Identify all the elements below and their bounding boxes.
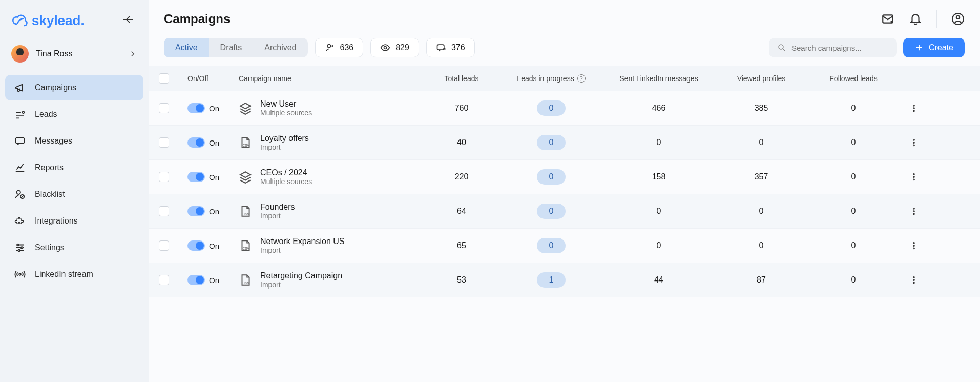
main-content: Campaigns Active Drafts Archived 636 xyxy=(149,0,980,382)
col-followed: Followed leads xyxy=(807,74,900,83)
row-more-button[interactable] xyxy=(900,207,928,216)
cell-followed: 0 xyxy=(807,207,900,216)
header-divider xyxy=(936,10,937,28)
row-checkbox[interactable] xyxy=(159,137,169,148)
stat-total-leads[interactable]: 636 xyxy=(315,38,364,57)
sidebar-item-settings[interactable]: Settings xyxy=(5,235,143,260)
sidebar-item-label: Campaigns xyxy=(35,83,76,92)
cell-sent: 44 xyxy=(602,275,715,285)
stat-messages[interactable]: 376 xyxy=(426,38,475,57)
row-checkbox[interactable] xyxy=(159,275,169,285)
cell-total: 40 xyxy=(423,138,500,147)
row-checkbox[interactable] xyxy=(159,240,169,251)
svg-point-30 xyxy=(913,243,914,244)
row-toggle[interactable]: On xyxy=(187,172,239,182)
sidebar-item-campaigns[interactable]: Campaigns xyxy=(5,75,143,100)
sidebar-item-reports[interactable]: Reports xyxy=(5,155,143,180)
create-label: Create xyxy=(929,43,953,52)
svg-point-11 xyxy=(327,44,331,48)
sidebar-item-linkedin-stream[interactable]: LinkedIn stream xyxy=(5,262,143,287)
sidebar-item-leads[interactable]: Leads xyxy=(5,102,143,127)
row-toggle[interactable]: On xyxy=(187,206,239,216)
plus-icon xyxy=(914,43,924,52)
users-icon xyxy=(14,109,26,120)
megaphone-icon xyxy=(14,82,26,93)
csv-file-icon: CSV xyxy=(239,239,252,252)
sidebar-item-messages[interactable]: Messages xyxy=(5,128,143,154)
user-menu[interactable]: Tina Ross xyxy=(5,40,143,72)
collapse-icon xyxy=(122,13,134,26)
sidebar-item-blacklist[interactable]: Blacklist xyxy=(5,182,143,207)
table-row[interactable]: OnCSVRetargeting CampaignImport53144870 xyxy=(149,263,980,297)
table-row[interactable]: OnCEOs / 2024Multiple sources22001583570 xyxy=(149,160,980,194)
sidebar-item-label: Blacklist xyxy=(35,190,65,199)
more-vertical-icon xyxy=(909,241,919,250)
more-vertical-icon xyxy=(909,207,919,216)
search-icon xyxy=(777,43,786,52)
search-box[interactable] xyxy=(769,38,897,57)
brand-name: skylead. xyxy=(32,13,85,29)
row-more-button[interactable] xyxy=(900,275,928,285)
cell-progress: 1 xyxy=(537,272,566,288)
row-checkbox[interactable] xyxy=(159,206,169,216)
stat-views[interactable]: 829 xyxy=(370,38,419,57)
svg-point-27 xyxy=(913,211,914,212)
row-toggle[interactable]: On xyxy=(187,275,239,285)
cell-viewed: 87 xyxy=(715,275,807,285)
profile-icon[interactable] xyxy=(951,12,965,26)
table-row[interactable]: OnCSVNetwork Expansion USImport650000 xyxy=(149,229,980,263)
tab-drafts[interactable]: Drafts xyxy=(209,38,254,57)
svg-point-7 xyxy=(19,273,21,275)
table-row[interactable]: OnNew UserMultiple sources76004663850 xyxy=(149,91,980,126)
broadcast-icon xyxy=(14,269,26,280)
mail-plus-icon[interactable] xyxy=(881,12,894,26)
svg-point-36 xyxy=(913,282,914,283)
row-toggle[interactable]: On xyxy=(187,103,239,113)
select-all-checkbox[interactable] xyxy=(159,73,169,84)
row-toggle[interactable]: On xyxy=(187,240,239,251)
row-more-button[interactable] xyxy=(900,104,928,113)
create-button[interactable]: Create xyxy=(903,38,965,57)
row-more-button[interactable] xyxy=(900,172,928,182)
help-icon[interactable]: ? xyxy=(577,74,586,83)
more-vertical-icon xyxy=(909,138,919,147)
row-more-button[interactable] xyxy=(900,241,928,250)
campaign-name: Network Expansion US xyxy=(260,237,345,246)
campaign-name: Loyalty offers xyxy=(260,134,309,143)
svg-point-21 xyxy=(913,145,914,146)
svg-point-0 xyxy=(23,112,25,114)
search-input[interactable] xyxy=(791,44,889,52)
cell-progress: 0 xyxy=(537,100,566,116)
sidebar-item-label: LinkedIn stream xyxy=(35,270,93,279)
row-toggle[interactable]: On xyxy=(187,137,239,148)
stat-value: 829 xyxy=(395,43,409,52)
table-row[interactable]: OnCSVLoyalty offersImport400000 xyxy=(149,126,980,160)
table-row[interactable]: OnCSVFoundersImport640000 xyxy=(149,194,980,229)
chevron-right-icon xyxy=(128,49,137,58)
layers-icon xyxy=(239,102,252,115)
cell-followed: 0 xyxy=(807,241,900,250)
more-vertical-icon xyxy=(909,172,919,182)
cell-viewed: 385 xyxy=(715,104,807,113)
bell-icon[interactable] xyxy=(909,12,922,26)
tab-active[interactable]: Active xyxy=(164,38,209,57)
svg-point-31 xyxy=(913,245,914,246)
row-more-button[interactable] xyxy=(900,138,928,147)
sidebar-collapse-button[interactable] xyxy=(119,10,137,31)
page-title: Campaigns xyxy=(164,12,230,26)
sidebar-item-label: Settings xyxy=(35,243,65,252)
user-plus-icon xyxy=(325,43,335,53)
message-icon xyxy=(14,135,26,147)
campaign-name: CEOs / 2024 xyxy=(260,168,312,177)
row-checkbox[interactable] xyxy=(159,103,169,113)
sliders-icon xyxy=(14,242,26,253)
toggle-label: On xyxy=(209,207,219,216)
svg-text:CSV: CSV xyxy=(243,144,250,147)
sidebar-item-integrations[interactable]: Integrations xyxy=(5,208,143,234)
row-checkbox[interactable] xyxy=(159,172,169,182)
cell-total: 65 xyxy=(423,241,500,250)
svg-point-22 xyxy=(913,174,914,175)
cell-progress: 0 xyxy=(537,135,566,150)
svg-text:CSV: CSV xyxy=(243,247,250,250)
tab-archived[interactable]: Archived xyxy=(253,38,307,57)
